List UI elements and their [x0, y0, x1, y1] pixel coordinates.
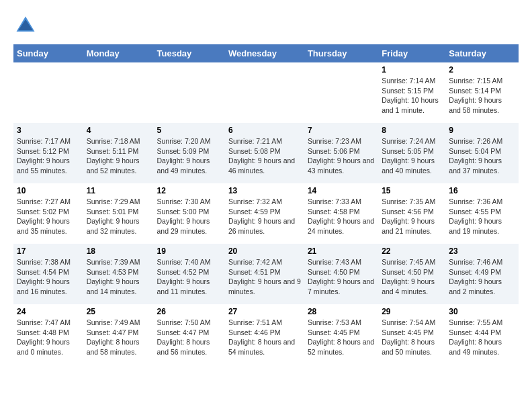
col-header-saturday: Saturday [445, 44, 519, 62]
col-header-wednesday: Wednesday [225, 44, 304, 62]
day-info: Sunrise: 7:17 AM Sunset: 5:12 PM Dayligh… [17, 136, 80, 176]
day-number: 26 [157, 307, 222, 316]
calendar-cell: 26Sunrise: 7:50 AM Sunset: 4:47 PM Dayli… [154, 304, 225, 365]
calendar-cell: 7Sunrise: 7:23 AM Sunset: 5:06 PM Daylig… [304, 123, 378, 183]
header [13, 13, 519, 38]
day-number: 17 [17, 246, 80, 256]
calendar-cell: 20Sunrise: 7:42 AM Sunset: 4:51 PM Dayli… [225, 244, 304, 304]
calendar-cell: 1Sunrise: 7:14 AM Sunset: 5:15 PM Daylig… [378, 62, 445, 123]
calendar-cell: 4Sunrise: 7:18 AM Sunset: 5:11 PM Daylig… [83, 123, 154, 183]
day-number: 24 [17, 307, 80, 316]
calendar-cell: 23Sunrise: 7:46 AM Sunset: 4:49 PM Dayli… [445, 244, 519, 304]
day-info: Sunrise: 7:53 AM Sunset: 4:45 PM Dayligh… [308, 318, 375, 357]
day-info: Sunrise: 7:49 AM Sunset: 4:47 PM Dayligh… [87, 318, 150, 357]
day-info: Sunrise: 7:21 AM Sunset: 5:08 PM Dayligh… [228, 136, 301, 176]
day-number: 10 [17, 186, 80, 195]
day-info: Sunrise: 7:15 AM Sunset: 5:14 PM Dayligh… [449, 76, 515, 116]
calendar-cell: 28Sunrise: 7:53 AM Sunset: 4:45 PM Dayli… [304, 304, 378, 365]
day-info: Sunrise: 7:24 AM Sunset: 5:05 PM Dayligh… [382, 136, 442, 176]
day-info: Sunrise: 7:45 AM Sunset: 4:50 PM Dayligh… [382, 257, 442, 297]
calendar-cell: 3Sunrise: 7:17 AM Sunset: 5:12 PM Daylig… [13, 123, 83, 183]
calendar-cell: 12Sunrise: 7:30 AM Sunset: 5:00 PM Dayli… [154, 183, 225, 244]
col-header-thursday: Thursday [304, 44, 378, 62]
day-info: Sunrise: 7:55 AM Sunset: 4:44 PM Dayligh… [449, 318, 515, 357]
day-number: 8 [382, 126, 442, 135]
calendar-cell: 6Sunrise: 7:21 AM Sunset: 5:08 PM Daylig… [225, 123, 304, 183]
calendar-cell: 14Sunrise: 7:33 AM Sunset: 4:58 PM Dayli… [304, 183, 378, 244]
col-header-tuesday: Tuesday [154, 44, 225, 62]
day-number: 16 [449, 186, 515, 195]
calendar-cell: 22Sunrise: 7:45 AM Sunset: 4:50 PM Dayli… [378, 244, 445, 304]
day-number: 23 [449, 246, 515, 256]
day-number: 5 [157, 126, 222, 135]
day-info: Sunrise: 7:46 AM Sunset: 4:49 PM Dayligh… [449, 257, 515, 297]
day-number: 18 [87, 246, 150, 256]
calendar-cell: 17Sunrise: 7:38 AM Sunset: 4:54 PM Dayli… [13, 244, 83, 304]
calendar-cell: 19Sunrise: 7:40 AM Sunset: 4:52 PM Dayli… [154, 244, 225, 304]
day-number: 19 [157, 246, 222, 256]
day-number: 2 [449, 65, 515, 75]
day-info: Sunrise: 7:54 AM Sunset: 4:45 PM Dayligh… [382, 318, 442, 357]
day-info: Sunrise: 7:26 AM Sunset: 5:04 PM Dayligh… [449, 136, 515, 176]
calendar-cell: 8Sunrise: 7:24 AM Sunset: 5:05 PM Daylig… [378, 123, 445, 183]
day-info: Sunrise: 7:14 AM Sunset: 5:15 PM Dayligh… [382, 76, 442, 116]
calendar-cell [304, 62, 378, 123]
day-info: Sunrise: 7:33 AM Sunset: 4:58 PM Dayligh… [308, 197, 375, 236]
calendar-cell: 25Sunrise: 7:49 AM Sunset: 4:47 PM Dayli… [83, 304, 154, 365]
day-number: 6 [228, 126, 301, 135]
day-info: Sunrise: 7:23 AM Sunset: 5:06 PM Dayligh… [308, 136, 375, 176]
day-number: 28 [308, 307, 375, 316]
col-header-friday: Friday [378, 44, 445, 62]
day-info: Sunrise: 7:42 AM Sunset: 4:51 PM Dayligh… [228, 257, 301, 297]
day-info: Sunrise: 7:27 AM Sunset: 5:02 PM Dayligh… [17, 197, 80, 236]
day-number: 1 [382, 65, 442, 75]
col-header-sunday: Sunday [13, 44, 83, 62]
day-info: Sunrise: 7:30 AM Sunset: 5:00 PM Dayligh… [157, 197, 222, 236]
calendar-cell: 24Sunrise: 7:47 AM Sunset: 4:48 PM Dayli… [13, 304, 83, 365]
logo [13, 13, 40, 38]
day-number: 7 [308, 126, 375, 135]
day-number: 11 [87, 186, 150, 195]
day-info: Sunrise: 7:50 AM Sunset: 4:47 PM Dayligh… [157, 318, 222, 357]
calendar-cell: 16Sunrise: 7:36 AM Sunset: 4:55 PM Dayli… [445, 183, 519, 244]
day-info: Sunrise: 7:38 AM Sunset: 4:54 PM Dayligh… [17, 257, 80, 297]
day-number: 30 [449, 307, 515, 316]
calendar-cell: 11Sunrise: 7:29 AM Sunset: 5:01 PM Dayli… [83, 183, 154, 244]
day-number: 3 [17, 126, 80, 135]
day-number: 29 [382, 307, 442, 316]
day-info: Sunrise: 7:29 AM Sunset: 5:01 PM Dayligh… [87, 197, 150, 236]
day-number: 20 [228, 246, 301, 256]
calendar-cell: 2Sunrise: 7:15 AM Sunset: 5:14 PM Daylig… [445, 62, 519, 123]
calendar-cell: 10Sunrise: 7:27 AM Sunset: 5:02 PM Dayli… [13, 183, 83, 244]
day-number: 9 [449, 126, 515, 135]
day-info: Sunrise: 7:20 AM Sunset: 5:09 PM Dayligh… [157, 136, 222, 176]
day-number: 22 [382, 246, 442, 256]
day-number: 12 [157, 186, 222, 195]
day-number: 15 [382, 186, 442, 195]
day-number: 21 [308, 246, 375, 256]
calendar-cell: 18Sunrise: 7:39 AM Sunset: 4:53 PM Dayli… [83, 244, 154, 304]
day-info: Sunrise: 7:36 AM Sunset: 4:55 PM Dayligh… [449, 197, 515, 236]
col-header-monday: Monday [83, 44, 154, 62]
calendar-cell [13, 62, 83, 123]
day-number: 13 [228, 186, 301, 195]
calendar-cell: 29Sunrise: 7:54 AM Sunset: 4:45 PM Dayli… [378, 304, 445, 365]
day-info: Sunrise: 7:47 AM Sunset: 4:48 PM Dayligh… [17, 318, 80, 357]
day-info: Sunrise: 7:39 AM Sunset: 4:53 PM Dayligh… [87, 257, 150, 297]
calendar-cell: 21Sunrise: 7:43 AM Sunset: 4:50 PM Dayli… [304, 244, 378, 304]
day-number: 25 [87, 307, 150, 316]
day-info: Sunrise: 7:35 AM Sunset: 4:56 PM Dayligh… [382, 197, 442, 236]
day-number: 14 [308, 186, 375, 195]
calendar-cell [225, 62, 304, 123]
calendar-cell: 27Sunrise: 7:51 AM Sunset: 4:46 PM Dayli… [225, 304, 304, 365]
calendar-cell: 13Sunrise: 7:32 AM Sunset: 4:59 PM Dayli… [225, 183, 304, 244]
calendar-table: SundayMondayTuesdayWednesdayThursdayFrid… [13, 44, 519, 365]
day-number: 27 [228, 307, 301, 316]
calendar-cell: 15Sunrise: 7:35 AM Sunset: 4:56 PM Dayli… [378, 183, 445, 244]
day-number: 4 [87, 126, 150, 135]
calendar-cell [154, 62, 225, 123]
day-info: Sunrise: 7:40 AM Sunset: 4:52 PM Dayligh… [157, 257, 222, 297]
calendar-cell [83, 62, 154, 123]
day-info: Sunrise: 7:43 AM Sunset: 4:50 PM Dayligh… [308, 257, 375, 297]
calendar-cell: 5Sunrise: 7:20 AM Sunset: 5:09 PM Daylig… [154, 123, 225, 183]
